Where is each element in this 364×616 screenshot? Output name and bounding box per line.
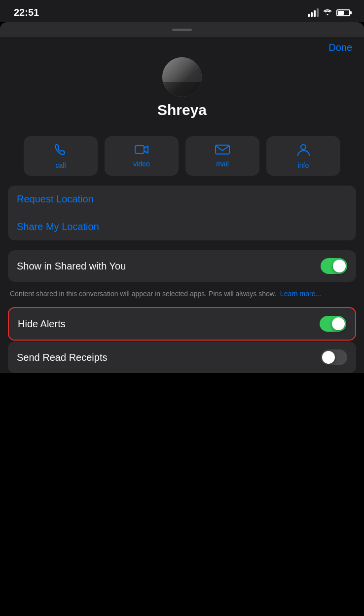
hide-alerts-knob (332, 317, 345, 330)
signal-icon (308, 8, 319, 17)
video-button[interactable]: video (105, 136, 179, 176)
info-label: info (298, 161, 309, 169)
learn-more-link[interactable]: Learn more... (280, 290, 321, 298)
content-area: Request Location Share My Location Show … (0, 186, 364, 373)
header: Done (0, 37, 364, 57)
show-shared-with-you-row: Show in Shared with You (8, 250, 356, 282)
avatar-image (162, 57, 202, 97)
status-time: 22:51 (14, 7, 39, 18)
share-location-button[interactable]: Share My Location (8, 213, 356, 240)
mail-button[interactable]: mail (185, 136, 259, 176)
hide-alerts-toggle[interactable] (320, 316, 346, 332)
location-card: Request Location Share My Location (8, 186, 356, 240)
show-shared-label: Show in Shared with You (17, 261, 126, 272)
sheet-handle (172, 29, 192, 31)
wifi-icon (323, 8, 332, 17)
actions-row: call video mail info (0, 128, 364, 186)
hide-alerts-row: Hide Alerts (8, 307, 356, 341)
phone-icon (54, 143, 68, 158)
status-bar: 22:51 (0, 0, 364, 22)
avatar (162, 57, 202, 97)
read-receipts-label: Send Read Receipts (17, 352, 107, 363)
sheet-handle-area (0, 22, 364, 37)
contact-name: Shreya (157, 102, 207, 118)
mail-label: mail (216, 160, 229, 168)
hide-alerts-label: Hide Alerts (18, 318, 66, 330)
read-receipts-toggle[interactable] (321, 349, 347, 365)
call-label: call (55, 161, 66, 169)
description-text: Content shared in this conversation will… (10, 290, 276, 298)
done-button[interactable]: Done (328, 42, 352, 53)
info-person-icon (297, 143, 310, 158)
request-location-button[interactable]: Request Location (8, 186, 356, 213)
toggle-knob (333, 260, 346, 272)
svg-rect-0 (135, 146, 144, 154)
show-shared-toggle[interactable] (321, 258, 347, 274)
video-label: video (133, 160, 149, 168)
mail-icon (215, 144, 230, 157)
svg-rect-1 (216, 145, 229, 154)
profile-section: Shreya (0, 57, 364, 128)
info-button[interactable]: info (266, 136, 340, 176)
read-receipts-knob (322, 351, 335, 364)
svg-point-2 (301, 145, 306, 150)
video-icon (135, 144, 148, 157)
send-read-receipts-row: Send Read Receipts (8, 342, 356, 373)
shared-description: Content shared in this conversation will… (8, 287, 356, 307)
battery-icon (336, 9, 350, 16)
call-button[interactable]: call (24, 136, 98, 176)
status-icons (308, 8, 350, 17)
